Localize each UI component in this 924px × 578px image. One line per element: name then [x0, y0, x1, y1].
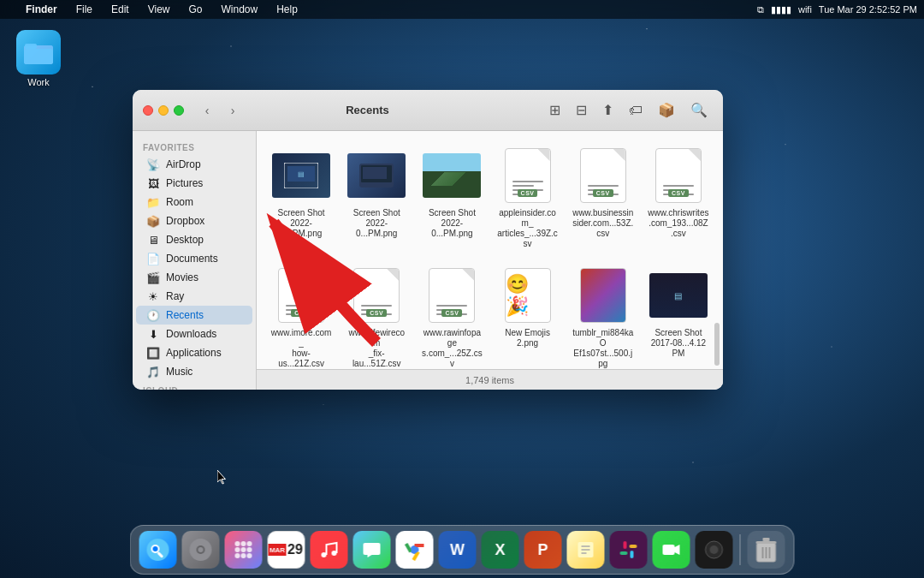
wifi-icon[interactable]: wifi — [798, 4, 812, 15]
movies-icon: 🎬 — [146, 271, 160, 284]
view-icons-button[interactable]: ⊞ — [544, 99, 566, 121]
menubar-left: Finder File Edit View Go Window Help — [7, 2, 301, 17]
file-item-csv5[interactable]: CSV www.lifewirecom_fix-lau...51Z.csv — [342, 261, 411, 369]
sidebar-item-recents[interactable]: 🕐 Recents — [136, 306, 252, 325]
documents-icon: 📄 — [146, 252, 160, 265]
desktop-icon-sidebar: 🖥 — [146, 233, 160, 247]
menu-help[interactable]: Help — [273, 2, 301, 17]
dock-notes[interactable] — [567, 531, 605, 569]
file-item-screenshot2[interactable]: Screen Shot2022-0...PM.png — [342, 141, 411, 254]
file-thumbnail-screenshot1: ▤ — [272, 146, 330, 205]
close-button[interactable] — [143, 105, 153, 116]
file-item-csv3[interactable]: CSV www.chriswrites.com_193...08Z.csv — [644, 141, 713, 254]
dock-excel[interactable]: X — [482, 531, 519, 569]
sidebar-item-ray[interactable]: ☀ Ray — [136, 287, 252, 306]
dock-finder[interactable] — [139, 531, 177, 569]
dock-music[interactable] — [311, 531, 348, 569]
menu-window[interactable]: Window — [218, 2, 262, 17]
dock-facetime[interactable] — [653, 531, 690, 569]
share-button[interactable]: ⬆ — [597, 99, 619, 121]
room-icon: 📁 — [146, 195, 160, 209]
applications-icon: 🔲 — [146, 346, 160, 360]
menu-finder[interactable]: Finder — [22, 2, 61, 17]
file-item-tumblr1[interactable]: tumblr_mi884kaOEf1s07st...500.jpg — [569, 261, 637, 369]
work-folder-icon — [16, 30, 61, 74]
datetime[interactable]: Tue Mar 29 2:52:52 PM — [819, 4, 917, 15]
file-thumbnail-tumblr1 — [574, 266, 632, 325]
sidebar-label-music: Music — [166, 366, 192, 378]
file-item-csv1[interactable]: CSV appleinsider.com_articles_...39Z.csv — [493, 141, 561, 254]
minimize-button[interactable] — [158, 105, 169, 116]
sidebar-item-desktop[interactable]: 🖥 Desktop — [136, 230, 252, 249]
file-name-screenshot4: Screen Shot2017-08...4.12 PM — [648, 328, 709, 359]
view-toggle-button[interactable]: ⊟ — [571, 99, 592, 121]
sidebar-item-dropbox[interactable]: 📦 Dropbox — [136, 212, 252, 230]
airdrop-icon: 📡 — [146, 158, 160, 171]
dock-slack[interactable] — [610, 531, 648, 569]
file-name-csv2: www.businessinsider.com...53Z.csv — [572, 208, 634, 239]
dock-word[interactable]: W — [439, 531, 477, 569]
menu-go[interactable]: Go — [186, 2, 206, 17]
search-button[interactable]: 🔍 — [685, 99, 713, 121]
svg-rect-3 — [25, 44, 37, 49]
svg-point-32 — [322, 552, 327, 557]
tag-button[interactable]: 🏷 — [624, 100, 648, 121]
cursor — [217, 470, 228, 486]
dropbox-menubar-icon[interactable]: ⧉ — [757, 4, 764, 15]
sidebar-item-airdrop[interactable]: 📡 AirDrop — [136, 155, 252, 174]
file-name-csv5: www.lifewirecom_fix-lau...51Z.csv — [346, 328, 407, 369]
svg-marker-46 — [675, 545, 680, 555]
menu-edit[interactable]: Edit — [108, 2, 133, 17]
dropbox-button[interactable]: 📦 — [653, 99, 680, 121]
svg-rect-42 — [631, 551, 634, 558]
file-item-csv4[interactable]: CSV www.imore.com_how-us...21Z.csv — [267, 261, 335, 369]
favorites-header: Favorites — [133, 138, 256, 155]
svg-rect-2 — [24, 49, 53, 64]
svg-point-31 — [247, 553, 252, 558]
dock-trash[interactable] — [748, 531, 785, 569]
sidebar-label-desktop: Desktop — [166, 234, 204, 246]
file-item-emoji[interactable]: 😊🎉 New Emojis 2.png — [493, 261, 561, 369]
dock-onyx[interactable] — [696, 531, 733, 569]
sidebar-item-downloads[interactable]: ⬇ Downloads — [136, 325, 252, 343]
file-item-screenshot1[interactable]: ▤ Screen Shot2022-0...PM.png — [267, 141, 335, 254]
sidebar-item-movies[interactable]: 🎬 Movies — [136, 268, 252, 287]
window-title: Recents — [198, 104, 537, 116]
sidebar-item-pictures[interactable]: 🖼 Pictures — [136, 174, 252, 193]
dock-calendar[interactable]: MAR 29 — [268, 531, 305, 569]
svg-rect-9 — [363, 167, 387, 179]
file-item-csv2[interactable]: CSV www.businessinsider.com...53Z.csv — [569, 141, 637, 254]
file-thumbnail-screenshot2 — [347, 146, 406, 205]
sidebar-label-dropbox: Dropbox — [166, 215, 204, 227]
file-name-emoji: New Emojis 2.png — [496, 328, 558, 349]
desktop-work-folder[interactable]: Work — [9, 30, 68, 87]
menu-file[interactable]: File — [73, 2, 96, 17]
window-content: Favorites 📡 AirDrop 🖼 Pictures 📁 Room 📦 … — [133, 131, 723, 390]
sidebar-item-music[interactable]: 🎵 Music — [136, 362, 252, 381]
menu-view[interactable]: View — [145, 2, 174, 17]
dock-launchpad[interactable] — [225, 531, 263, 569]
desktop: Finder File Edit View Go Window Help ⧉ ▮… — [0, 0, 924, 578]
file-item-screenshot4[interactable]: ▤ Screen Shot2017-08...4.12 PM — [644, 261, 713, 369]
file-item-screenshot3[interactable]: Screen Shot2022-0...PM.png — [418, 141, 486, 254]
sidebar-item-applications[interactable]: 🔲 Applications — [136, 343, 252, 362]
file-thumbnail-screenshot4: ▤ — [649, 266, 708, 325]
dock-separator — [740, 534, 741, 565]
dock-system-preferences[interactable] — [182, 531, 220, 569]
file-thumbnail-screenshot3 — [423, 146, 481, 205]
svg-point-27 — [241, 547, 246, 552]
finder-window: ‹ › Recents ⊞ ⊟ ⬆ 🏷 📦 🔍 Favorites 📡 AirD… — [133, 90, 723, 390]
ray-icon: ☀ — [146, 289, 160, 303]
sidebar-label-ray: Ray — [166, 290, 184, 302]
maximize-button[interactable] — [174, 105, 184, 116]
battery-icon: ▮▮▮▮ — [771, 4, 791, 15]
file-thumbnail-csv2: CSV — [574, 146, 632, 205]
dock-messages[interactable] — [353, 531, 391, 569]
file-item-csv6[interactable]: CSV www.rawinfopages.com_...25Z.csv — [418, 261, 486, 369]
dock-powerpoint[interactable]: P — [524, 531, 562, 569]
dock-chrome[interactable] — [396, 531, 434, 569]
sidebar-item-documents[interactable]: 📄 Documents — [136, 249, 252, 268]
recents-icon: 🕐 — [146, 308, 160, 322]
scrollbar[interactable] — [714, 323, 720, 366]
sidebar-item-room[interactable]: 📁 Room — [136, 193, 252, 212]
